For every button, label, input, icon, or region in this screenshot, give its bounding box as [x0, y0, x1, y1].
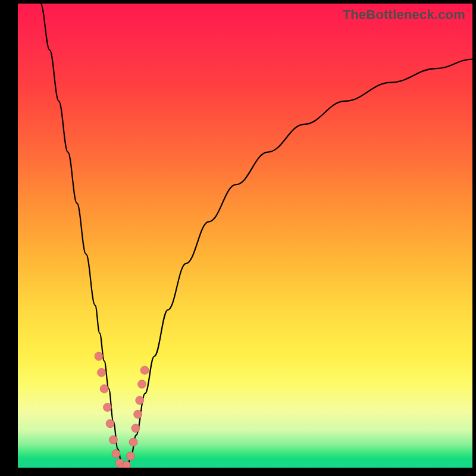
curve-marker [98, 368, 106, 377]
curve-marker [106, 419, 114, 428]
curve-marker [129, 438, 137, 446]
curve-marker [140, 366, 149, 374]
curve-marker [100, 384, 108, 393]
curve-marker [112, 450, 120, 458]
curve-marker [138, 380, 146, 389]
plot-area: TheBottleneck.com [18, 4, 472, 468]
curve-marker [123, 461, 131, 468]
chart-frame: TheBottleneck.com [0, 0, 476, 476]
curve-layer [18, 4, 472, 468]
curve-marker [109, 436, 117, 444]
curve-marker [95, 352, 103, 361]
curve-marker [104, 403, 112, 412]
curve-marker [131, 424, 140, 433]
curve-marker [136, 396, 144, 405]
bottleneck-curve [40, 4, 472, 468]
curve-marker [134, 410, 142, 418]
curve-marker [126, 452, 134, 461]
